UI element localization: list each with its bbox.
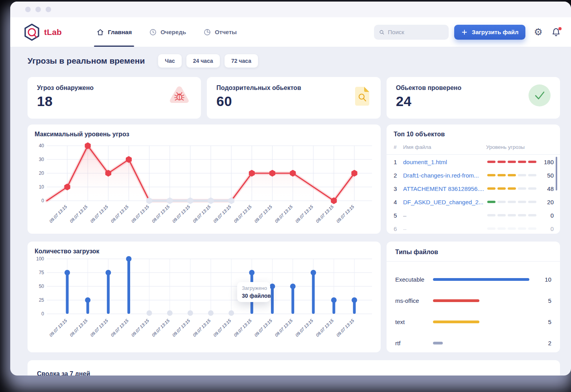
svg-text:09.07 13:15: 09.07 13:15 xyxy=(69,204,88,223)
top10-objects-card: Топ 10 объектов # Имя файла Уровень угро… xyxy=(387,125,560,234)
panel-title: Типы файлов xyxy=(395,249,551,256)
level-segment xyxy=(518,227,526,230)
line-marker[interactable] xyxy=(291,170,295,176)
plus-icon xyxy=(461,29,468,36)
col-threat-level: Уровень угрозы xyxy=(486,144,554,150)
bar-column[interactable] xyxy=(208,310,214,316)
scrollbar-thumb[interactable] xyxy=(556,157,557,191)
search-box[interactable] xyxy=(374,25,449,40)
stat-card-suspicious: Подозрительных обьектов 60 xyxy=(207,77,380,119)
check-circle-icon xyxy=(529,84,551,106)
file-types-list: Executable10ms-office5text5rtf2 xyxy=(395,276,551,346)
bar-column[interactable] xyxy=(167,310,173,316)
bar-column[interactable] xyxy=(290,284,296,314)
chart-title: Максимальный уровень угроз xyxy=(35,131,374,138)
line-marker[interactable] xyxy=(208,198,213,203)
line-marker[interactable] xyxy=(65,184,70,190)
page-title: Угрозы в реальном времени xyxy=(28,56,145,66)
svg-text:09.07 13:15: 09.07 13:15 xyxy=(335,204,355,223)
level-segment xyxy=(518,187,526,190)
bar-column[interactable] xyxy=(331,297,337,314)
stat-value: 24 xyxy=(396,93,462,109)
bar-column[interactable] xyxy=(105,270,111,314)
line-marker[interactable] xyxy=(85,143,90,148)
svg-text:09.07 13:15: 09.07 13:15 xyxy=(253,204,273,223)
bar-column[interactable] xyxy=(126,256,131,314)
nav-item-home[interactable]: Главная xyxy=(96,17,132,47)
bar-column[interactable] xyxy=(147,310,152,316)
svg-text:09.07 13:15: 09.07 13:15 xyxy=(315,318,335,337)
svg-text:25: 25 xyxy=(39,297,44,303)
panel-title: Сводка за 7 дней xyxy=(37,370,551,376)
line-marker[interactable] xyxy=(229,198,234,203)
file-link[interactable]: ATTACHEMENT 836128956.... xyxy=(403,185,487,192)
search-input[interactable] xyxy=(388,29,444,35)
file-link[interactable]: doumentt_1.html xyxy=(403,159,487,165)
upload-file-button[interactable]: Загрузить файл xyxy=(454,25,525,40)
file-type-label: ms-office xyxy=(395,297,433,304)
table-body: 1doumentt_1.html1802Draft1-changes-in.re… xyxy=(394,156,554,234)
tooltip-label: Загружено xyxy=(242,285,265,291)
line-marker[interactable] xyxy=(168,198,172,203)
file-link[interactable]: DF_ASKD_UED_changed_2... xyxy=(403,199,487,205)
nav-item-label: Главная xyxy=(108,29,132,35)
tooltip-value: 30 файлов xyxy=(242,293,265,299)
svg-text:09.07 13:15: 09.07 13:15 xyxy=(130,204,150,223)
threat-level-segments xyxy=(487,214,536,216)
notifications-button[interactable] xyxy=(551,27,561,37)
time-filter-24h[interactable]: 24 часа xyxy=(186,54,220,68)
bar-column[interactable] xyxy=(64,270,70,314)
line-marker[interactable] xyxy=(270,170,274,176)
svg-text:09.07 13:15: 09.07 13:15 xyxy=(233,204,252,223)
svg-text:09.07 13:15: 09.07 13:15 xyxy=(110,318,129,337)
nav-item-label: Очередь xyxy=(160,29,186,35)
bar-column[interactable] xyxy=(85,297,90,314)
level-segment xyxy=(508,227,516,230)
bug-triangle-icon xyxy=(167,84,192,107)
level-segment xyxy=(518,174,526,176)
level-segment xyxy=(487,174,495,176)
window-dot[interactable] xyxy=(46,7,51,12)
line-marker[interactable] xyxy=(126,157,131,162)
svg-text:09.07 13:15: 09.07 13:15 xyxy=(130,318,150,337)
table-row: 6–0 xyxy=(394,222,554,234)
line-marker[interactable] xyxy=(249,170,254,176)
line-marker[interactable] xyxy=(188,198,193,203)
bar-column[interactable] xyxy=(352,297,357,314)
level-segment xyxy=(518,201,526,203)
stat-label: Подозрительных обьектов xyxy=(216,84,301,92)
pie-chart-icon xyxy=(203,28,211,36)
level-segment xyxy=(528,161,536,163)
svg-text:09.07 13:15: 09.07 13:15 xyxy=(192,204,212,223)
divider xyxy=(387,261,560,262)
bar-column[interactable] xyxy=(311,270,316,314)
time-filter-hour[interactable]: Час xyxy=(158,54,181,68)
window-dot[interactable] xyxy=(25,7,31,12)
brand-name: tLab xyxy=(44,27,62,37)
uploads-bar-chart: 025507510009.07 13:1509.07 13:1509.07 13… xyxy=(35,255,374,348)
level-segment xyxy=(508,187,516,190)
time-filter-72h[interactable]: 72 часа xyxy=(225,54,258,68)
table-row: 3ATTACHEMENT 836128956....48 xyxy=(394,182,554,195)
svg-text:09.07 13:15: 09.07 13:15 xyxy=(171,204,191,223)
brand-logo[interactable]: tLab xyxy=(24,23,62,41)
table-row: 1doumentt_1.html180 xyxy=(394,156,554,168)
line-marker[interactable] xyxy=(106,170,111,176)
line-marker[interactable] xyxy=(352,170,357,176)
file-type-row: rtf2 xyxy=(395,340,551,346)
line-marker[interactable] xyxy=(147,198,152,203)
stat-card-threats: Угроз обнаружено 18 xyxy=(28,77,201,119)
file-link: – xyxy=(403,225,487,232)
file-link[interactable]: Draft1-changes-in.red-from... xyxy=(403,172,487,179)
line-marker[interactable] xyxy=(332,198,336,203)
threat-level-value: 50 xyxy=(536,172,554,179)
nav-item-reports[interactable]: Отчеты xyxy=(203,17,237,47)
settings-button[interactable]: ⚙ xyxy=(534,27,543,37)
file-type-bar xyxy=(433,299,479,302)
bar-column[interactable] xyxy=(188,310,193,316)
nav-item-queue[interactable]: Очередь xyxy=(149,17,186,47)
bar-column[interactable] xyxy=(228,310,234,316)
stat-card-checked: Обьектов проверено 24 xyxy=(387,77,560,119)
svg-text:0: 0 xyxy=(41,198,44,203)
window-dot[interactable] xyxy=(35,7,41,12)
